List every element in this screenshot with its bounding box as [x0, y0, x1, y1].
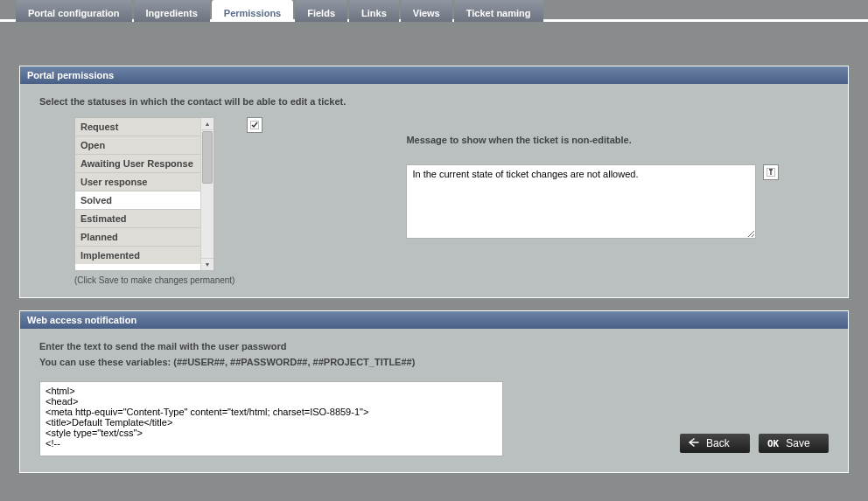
panel-web-access-notification: Web access notification Enter the text t…	[19, 310, 849, 473]
list-item[interactable]: Solved	[75, 191, 200, 210]
tab-portal-configuration[interactable]: Portal configuration	[16, 0, 132, 22]
tab-views[interactable]: Views	[401, 0, 452, 22]
tab-fields[interactable]: Fields	[295, 0, 347, 22]
web-access-line1: Enter the text to send the mail with the…	[39, 341, 829, 351]
check-icon	[250, 121, 259, 129]
web-access-vars: You can use these variables: (##USER##, …	[39, 357, 829, 367]
panel-header: Portal permissions	[20, 66, 848, 84]
list-item[interactable]: Open	[75, 136, 200, 155]
permissions-hint: (Click Save to make changes permanent)	[74, 275, 234, 285]
status-listbox[interactable]: Request Open Awaiting User Response User…	[74, 117, 214, 271]
scroll-up-icon[interactable]: ▲	[201, 118, 214, 130]
list-item[interactable]: Estimated	[75, 210, 200, 228]
panel-header: Web access notification	[20, 311, 848, 329]
select-all-button[interactable]	[247, 117, 262, 133]
back-icon	[689, 438, 699, 449]
scroll-down-icon[interactable]: ▼	[201, 258, 214, 270]
tab-ingredients[interactable]: Ingredients	[134, 0, 210, 22]
text-icon	[766, 168, 775, 177]
list-item[interactable]: Awaiting User Response	[75, 155, 200, 173]
scroll-thumb[interactable]	[202, 131, 213, 184]
tab-permissions[interactable]: Permissions	[212, 0, 293, 22]
list-item[interactable]: Implemented	[75, 247, 200, 264]
tab-strip: Portal configuration Ingredients Permiss…	[0, 0, 868, 22]
panel-portal-permissions: Portal permissions Select the statuses i…	[19, 66, 849, 298]
notification-template-textarea[interactable]	[39, 381, 503, 456]
save-button[interactable]: OK Save	[759, 434, 829, 453]
non-editable-message-textarea[interactable]	[406, 164, 756, 239]
tab-ticket-naming[interactable]: Ticket naming	[454, 0, 543, 22]
permissions-prompt: Select the statuses in which the contact…	[39, 96, 829, 107]
list-item[interactable]: Planned	[75, 228, 200, 247]
expand-editor-button[interactable]	[763, 164, 779, 180]
ok-icon: OK	[767, 438, 779, 449]
message-label: Message to show when the ticket is non-e…	[406, 135, 820, 145]
back-button[interactable]: Back	[680, 434, 750, 453]
list-item[interactable]: Request	[75, 118, 200, 136]
tab-links[interactable]: Links	[349, 0, 399, 22]
listbox-scrollbar[interactable]: ▲ ▼	[200, 118, 214, 270]
list-item[interactable]: User response	[75, 173, 200, 191]
